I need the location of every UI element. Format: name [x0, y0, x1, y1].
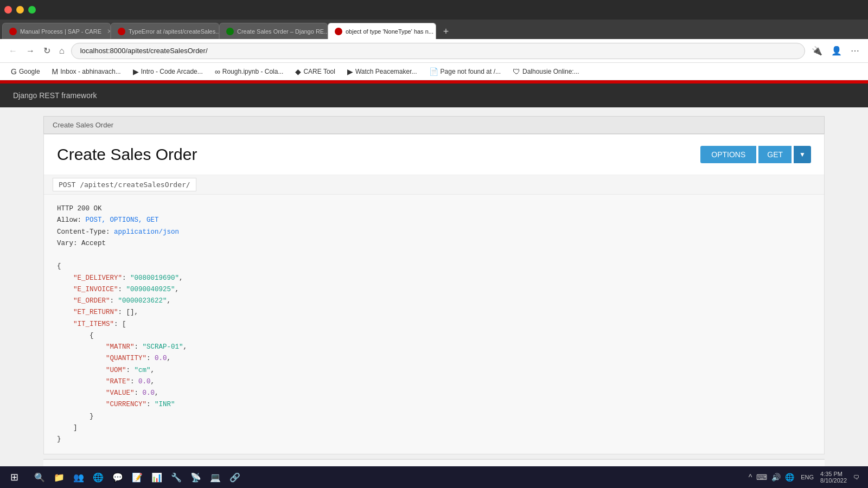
- page-icon: 📄: [429, 67, 438, 76]
- bookmark-watch[interactable]: ▶ Watch Peacemaker...: [343, 66, 422, 77]
- tab-3[interactable]: Create Sales Order – Django RE... ✕: [219, 23, 328, 39]
- content-type-label: Content-Type:: [57, 228, 114, 236]
- bookmark-gmail[interactable]: M Inbox - abhinavach...: [48, 66, 125, 77]
- forward-btn[interactable]: →: [24, 44, 37, 58]
- keyboard-icon[interactable]: ⌨: [756, 473, 767, 481]
- breadcrumb-text: Create Sales Order: [53, 121, 113, 129]
- bookmark-google[interactable]: G Google: [7, 66, 44, 77]
- bookmark-page[interactable]: 📄 Page not found at /...: [425, 66, 505, 77]
- bookmark-watch-label: Watch Peacemaker...: [355, 68, 417, 75]
- taskbar-file-explorer[interactable]: 📁: [50, 468, 68, 486]
- open-brace: {: [57, 262, 61, 270]
- key-et-return: "ET_RETURN": [73, 309, 118, 316]
- window-controls[interactable]: [4, 6, 36, 14]
- tab-3-title: Create Sales Order – Django RE...: [237, 28, 328, 35]
- chevron-up-icon[interactable]: ^: [749, 473, 752, 481]
- taskbar-edge[interactable]: 🌐: [89, 468, 107, 486]
- tab-4[interactable]: object of type 'NoneType' has n... ✕: [328, 23, 436, 39]
- val-e-invoice: "0090040925": [126, 286, 175, 293]
- tab-1-title: Manual Process | SAP - CARE: [20, 28, 101, 35]
- tab-2[interactable]: TypeError at /apitest/createSales... ✕: [111, 23, 219, 39]
- tab-2-title: TypeError at /apitest/createSales...: [129, 28, 219, 35]
- start-button[interactable]: ⊞: [4, 467, 24, 487]
- reload-btn[interactable]: ↻: [41, 43, 53, 58]
- key-currency: "CURRENCY": [106, 401, 146, 408]
- api-endpoint: /apitest/createSalesOrder/: [80, 181, 190, 189]
- bookmark-dalhousie[interactable]: 🛡 Dalhousie Online:...: [508, 66, 584, 77]
- extensions-icon[interactable]: 🔌: [809, 43, 825, 58]
- profile-icon[interactable]: 👤: [829, 43, 844, 58]
- bookmark-dalhousie-label: Dalhousie Online:...: [522, 68, 579, 75]
- window-max-btn[interactable]: [28, 6, 36, 14]
- val-matnr: "SCRAP-01": [143, 343, 183, 351]
- options-button[interactable]: OPTIONS: [700, 146, 756, 163]
- taskbar-search[interactable]: 🔍: [30, 468, 49, 486]
- bookmark-intro[interactable]: ▶ Intro - Code Arcade...: [129, 66, 207, 77]
- val-e-order: "0000023622": [118, 297, 167, 305]
- content-type-value: application/json: [114, 228, 179, 236]
- bookmark-intro-label: Intro - Code Arcade...: [141, 68, 203, 75]
- bookmark-gmail-label: Inbox - abhinavach...: [60, 68, 120, 75]
- system-icons: ^ ⌨ 🔊 🌐: [749, 473, 795, 481]
- taskbar-misc[interactable]: 💻: [206, 468, 225, 486]
- language-indicator: ENG: [801, 474, 814, 480]
- allow-values: POST, OPTIONS, GET: [86, 216, 159, 224]
- taskbar-filezilla[interactable]: 📡: [187, 468, 205, 486]
- menu-icon[interactable]: ⋯: [848, 43, 861, 58]
- bookmark-page-label: Page not found at /...: [441, 68, 501, 75]
- window-close-btn[interactable]: [4, 6, 12, 14]
- taskbar-whatsapp[interactable]: 💬: [108, 468, 127, 486]
- taskbar-right: ^ ⌨ 🔊 🌐 ENG 4:35 PM 8/10/2022 🗨: [749, 471, 864, 484]
- taskbar-orange[interactable]: 🔧: [167, 468, 186, 486]
- get-dropdown-button[interactable]: ▼: [794, 146, 811, 163]
- get-button[interactable]: GET: [758, 146, 792, 163]
- tab-1[interactable]: Manual Process | SAP - CARE ✕: [2, 23, 111, 39]
- http-status: HTTP 200 OK: [57, 205, 102, 213]
- django-framework-label: Django REST framework: [13, 91, 97, 100]
- taskbar-social[interactable]: 🔗: [226, 468, 244, 486]
- taskbar-vscode[interactable]: 📝: [128, 468, 146, 486]
- val-value: 0.0: [143, 389, 155, 397]
- val-quantity: 0.0: [155, 355, 167, 362]
- tab-1-favicon: [9, 28, 17, 35]
- date-display: 8/10/2022: [820, 477, 847, 484]
- shield-icon: 🛡: [513, 67, 520, 76]
- address-input[interactable]: [71, 43, 805, 59]
- home-btn[interactable]: ⌂: [57, 44, 67, 58]
- key-it-items: "IT_ITEMS": [73, 320, 114, 328]
- back-btn[interactable]: ←: [7, 44, 20, 58]
- api-title-row: Create Sales Order OPTIONS GET ▼: [44, 134, 824, 175]
- title-bar: [0, 0, 868, 20]
- key-e-delivery: "E_DELIVERY": [73, 274, 122, 282]
- bookmark-rough[interactable]: ∞ Rough.ipynb - Cola...: [210, 66, 288, 77]
- care-icon: ◆: [295, 67, 301, 76]
- breadcrumb: Create Sales Order: [43, 116, 825, 134]
- window-min-btn[interactable]: [16, 6, 24, 14]
- key-e-order: "E_ORDER": [73, 297, 110, 305]
- volume-icon[interactable]: 🔊: [771, 473, 781, 481]
- taskbar-excel[interactable]: 📊: [148, 468, 166, 486]
- val-currency: "INR": [155, 401, 175, 408]
- notifications-icon[interactable]: 🗨: [853, 474, 859, 480]
- clock: 4:35 PM 8/10/2022: [820, 471, 847, 484]
- taskbar-pinned-icons: 🔍 📁 👥 🌐 💬 📝 📊 🔧 📡 💻 🔗: [30, 468, 244, 486]
- video-icon: ▶: [133, 67, 139, 76]
- content-area: Create Sales Order Create Sales Order OP…: [0, 107, 868, 466]
- new-tab-btn[interactable]: +: [438, 24, 454, 39]
- val-rate: 0.0: [138, 378, 151, 386]
- tab-3-favicon: [226, 28, 234, 35]
- method-badge: POST /apitest/createSalesOrder/: [53, 178, 196, 191]
- taskbar: ⊞ 🔍 📁 👥 🌐 💬 📝 📊 🔧 📡 💻 🔗 ^ ⌨ 🔊 🌐 ENG 4:3: [0, 466, 868, 488]
- jupyter-icon: ∞: [215, 67, 220, 76]
- network-icon[interactable]: 🌐: [785, 473, 794, 481]
- key-value: "VALUE": [106, 389, 135, 397]
- tab-1-close[interactable]: ✕: [107, 28, 111, 35]
- bookmark-care[interactable]: ◆ CARE Tool: [291, 66, 339, 77]
- toolbar-icons: 🔌 👤 ⋯: [809, 43, 861, 58]
- time-display: 4:35 PM: [820, 471, 847, 477]
- response-block: HTTP 200 OK Allow: POST, OPTIONS, GET Co…: [44, 195, 824, 454]
- taskbar-teams[interactable]: 👥: [69, 468, 88, 486]
- api-card: Create Sales Order OPTIONS GET ▼ POST /a…: [43, 134, 825, 454]
- val-uom: "cm": [135, 367, 151, 374]
- tabs-bar: Manual Process | SAP - CARE ✕ TypeError …: [0, 20, 868, 39]
